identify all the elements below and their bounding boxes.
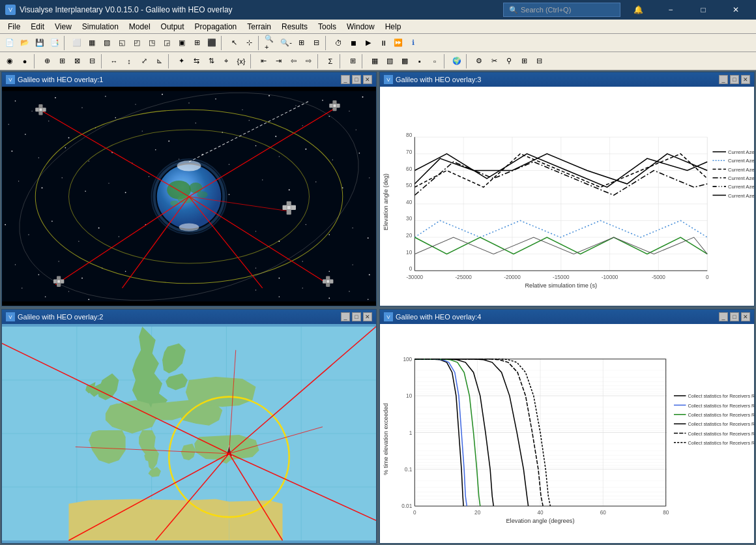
panel-4-minimize[interactable]: _ <box>719 312 728 321</box>
menu-view[interactable]: View <box>50 21 77 33</box>
tb2-btn3[interactable]: ⊕ <box>40 54 54 68</box>
notification-btn[interactable]: 🔔 <box>623 0 653 20</box>
tb-btn11[interactable]: ◲ <box>160 36 174 50</box>
svg-text:Current AzelrElevation: Current AzelrElevation <box>728 193 754 199</box>
search-box[interactable]: 🔍 Search (Ctrl+Q) <box>503 3 620 17</box>
svg-rect-123 <box>57 280 60 283</box>
tb2-btn28[interactable]: ⚙ <box>472 54 486 68</box>
menu-edit[interactable]: Edit <box>25 21 50 33</box>
menu-help[interactable]: Help <box>380 21 407 33</box>
tb2-btn15[interactable]: {x} <box>234 54 248 68</box>
panel-2-minimize[interactable]: _ <box>341 312 350 321</box>
menu-propagation[interactable]: Propagation <box>190 21 242 33</box>
tb2-btn31[interactable]: ⊞ <box>517 54 531 68</box>
tb-pause[interactable]: ⏸ <box>376 36 390 50</box>
tb2-btn21[interactable]: ⊞ <box>345 54 360 68</box>
menu-terrain[interactable]: Terrain <box>242 21 276 33</box>
menu-tools[interactable]: Tools <box>313 21 342 33</box>
panel-4-maximize[interactable]: □ <box>730 312 739 321</box>
tb-btn8[interactable]: ◱ <box>115 36 129 50</box>
tb-btn6[interactable]: ▦ <box>85 36 99 50</box>
tb2-btn24[interactable]: ▩ <box>398 54 412 68</box>
svg-point-38 <box>179 158 179 159</box>
tb2-btn29[interactable]: ✂ <box>487 54 501 68</box>
tb-ff[interactable]: ⏩ <box>391 36 405 50</box>
tb-cursor[interactable]: ↖ <box>227 36 241 50</box>
tb-btn13[interactable]: ⊞ <box>190 36 204 50</box>
tb2-btn17[interactable]: ⇥ <box>271 54 285 68</box>
panel-3-maximize[interactable]: □ <box>730 75 739 84</box>
tb-time[interactable]: ⏱ <box>331 36 345 50</box>
tb2-btn18[interactable]: ⇦ <box>286 54 300 68</box>
svg-point-101 <box>197 191 207 198</box>
panel-1-maximize[interactable]: □ <box>352 75 361 84</box>
tb-btn14[interactable]: ⬛ <box>205 36 219 50</box>
panel-3-close[interactable]: ✕ <box>741 75 750 84</box>
tb2-btn10[interactable]: ⊾ <box>152 54 166 68</box>
panel-2-maximize[interactable]: □ <box>352 312 361 321</box>
tb-zoom4[interactable]: ⊟ <box>309 36 323 50</box>
svg-text:Current AzelrElevation: Current AzelrElevation <box>728 158 754 164</box>
tb2-btn27[interactable]: 🌍 <box>450 54 464 68</box>
tb-open[interactable]: 📂 <box>18 36 32 50</box>
tb-zoomfit[interactable]: ⊞ <box>294 36 308 50</box>
tb2-btn4[interactable]: ⊞ <box>55 54 69 68</box>
tb2-btn11[interactable]: ✦ <box>174 54 188 68</box>
panel-3-minimize[interactable]: _ <box>719 75 728 84</box>
tb-btn12[interactable]: ▣ <box>175 36 189 50</box>
tb2-btn32[interactable]: ⊟ <box>532 54 546 68</box>
tb2-btn5[interactable]: ⊠ <box>70 54 84 68</box>
tb2-btn14[interactable]: ⌖ <box>219 54 233 68</box>
tb-play[interactable]: ▶ <box>361 36 375 50</box>
tb-btn10[interactable]: ◳ <box>145 36 159 50</box>
svg-point-81 <box>328 271 330 272</box>
menu-simulation[interactable]: Simulation <box>77 21 124 33</box>
tb2-btn13[interactable]: ⇅ <box>204 54 218 68</box>
maximize-btn[interactable]: □ <box>688 0 718 20</box>
menu-output[interactable]: Output <box>156 21 190 33</box>
tb-stop[interactable]: ⏹ <box>346 36 360 50</box>
tb2-btn25[interactable]: ▪ <box>413 54 427 68</box>
menu-results[interactable]: Results <box>276 21 313 33</box>
tb2-btn19[interactable]: ⇨ <box>301 54 315 68</box>
svg-point-66 <box>255 231 256 231</box>
tb-new[interactable]: 📄 <box>3 36 17 50</box>
minimize-btn[interactable]: − <box>656 0 686 20</box>
tb-select[interactable]: ⊹ <box>242 36 256 50</box>
tb2-btn1[interactable]: ◉ <box>3 54 17 68</box>
svg-point-61 <box>51 221 53 222</box>
tb2-btn22[interactable]: ▦ <box>368 54 382 68</box>
panel-1-close[interactable]: ✕ <box>363 75 372 84</box>
tb-save[interactable]: 💾 <box>33 36 47 50</box>
tb2-btn23[interactable]: ▧ <box>383 54 397 68</box>
menu-window[interactable]: Window <box>342 21 380 33</box>
tb2-btn30[interactable]: ⚲ <box>502 54 516 68</box>
tb-zoomout[interactable]: 🔍- <box>279 36 293 50</box>
panel-4-close[interactable]: ✕ <box>741 312 750 321</box>
tb2-btn16[interactable]: ⇤ <box>256 54 270 68</box>
tb2-btn8[interactable]: ↕ <box>122 54 136 68</box>
svg-point-64 <box>119 236 119 237</box>
svg-text:0: 0 <box>413 510 416 516</box>
panel-1-minimize[interactable]: _ <box>341 75 350 84</box>
close-btn[interactable]: ✕ <box>721 0 751 20</box>
tb2-btn26[interactable]: ▫ <box>428 54 442 68</box>
svg-point-83 <box>369 274 370 276</box>
tb-zoomin[interactable]: 🔍+ <box>264 36 278 50</box>
menu-file[interactable]: File <box>3 21 25 33</box>
tb-save2[interactable]: 📑 <box>48 36 62 50</box>
tb2-btn9[interactable]: ⤢ <box>137 54 151 68</box>
svg-text:Collect statistics for  Receiv: Collect statistics for Receivers RX usin… <box>688 432 754 437</box>
tb-btn9[interactable]: ◰ <box>130 36 144 50</box>
tb2-btn6[interactable]: ⊟ <box>85 54 99 68</box>
tb2-btn2[interactable]: ● <box>18 54 32 68</box>
menu-model[interactable]: Model <box>124 21 156 33</box>
tb2-btn12[interactable]: ⇆ <box>189 54 203 68</box>
panel-2-close[interactable]: ✕ <box>363 312 372 321</box>
svg-text:1: 1 <box>409 430 413 436</box>
tb-btn5[interactable]: ⬜ <box>70 36 84 50</box>
tb-btn7[interactable]: ▧ <box>100 36 114 50</box>
tb2-btn20[interactable]: Σ <box>323 54 338 68</box>
tb2-btn7[interactable]: ↔ <box>107 54 121 68</box>
tb-info[interactable]: ℹ <box>406 36 420 50</box>
